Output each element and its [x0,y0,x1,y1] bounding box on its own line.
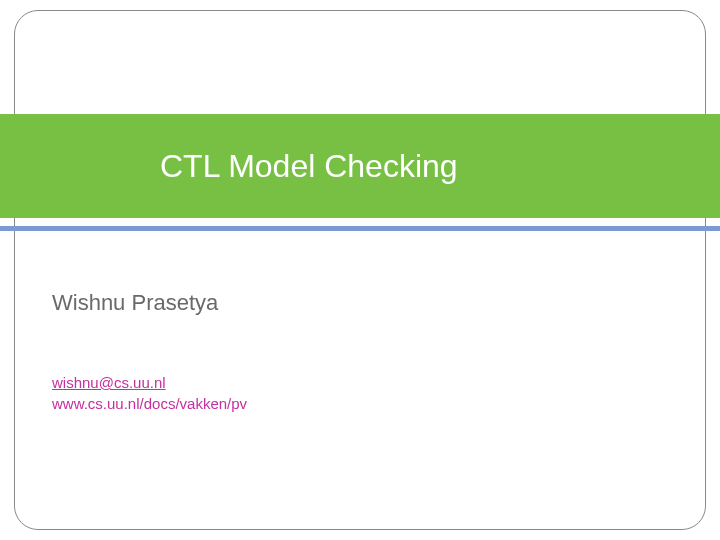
slide-border [14,10,706,530]
slide-title: CTL Model Checking [160,148,458,185]
accent-divider [0,226,720,231]
title-band: CTL Model Checking [0,114,720,218]
website-url: www.cs.uu.nl/docs/vakken/pv [52,395,668,412]
email-link[interactable]: wishnu@cs.uu.nl [52,374,668,391]
author-name: Wishnu Prasetya [52,290,668,316]
content-area: Wishnu Prasetya wishnu@cs.uu.nl www.cs.u… [52,290,668,412]
